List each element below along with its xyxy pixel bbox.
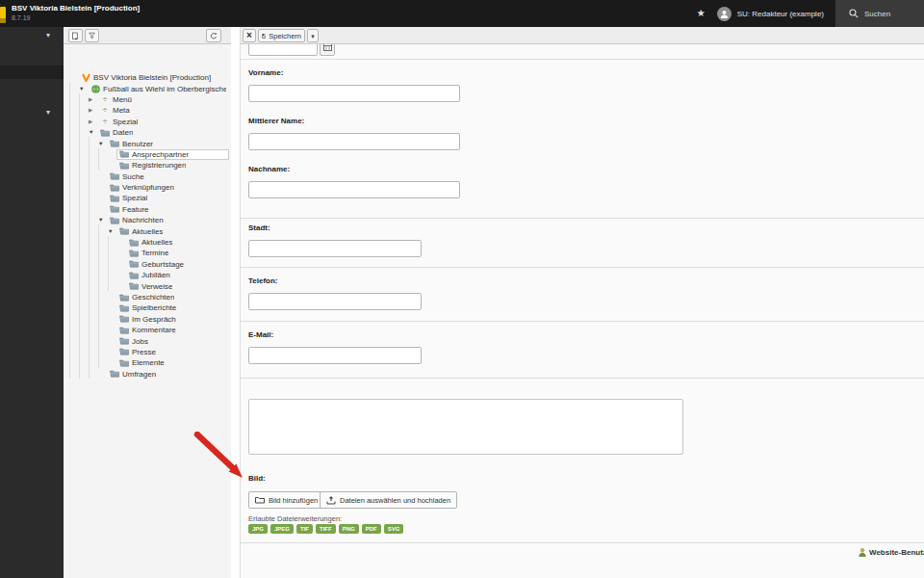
folder-icon xyxy=(129,282,139,290)
tree-node-inner[interactable]: ÷ BSV Viktoria Bielstein [Production] xyxy=(78,72,229,83)
tree-node[interactable]: ▶ ÷ Menü xyxy=(65,94,229,105)
tree-node-inner[interactable]: ÷ Im Gespräch xyxy=(116,314,229,325)
nachname-input[interactable] xyxy=(248,181,460,198)
email-input[interactable] xyxy=(248,347,422,364)
tree-node-inner[interactable]: ÷ Kommentare xyxy=(116,325,229,335)
upload-files-button[interactable]: Dateien auswählen und hochladen xyxy=(320,491,457,509)
tree-node-label: Fußball aus Wiehl im Oberbergischen xyxy=(103,85,226,93)
new-record-button[interactable] xyxy=(68,29,83,42)
close-icon: × xyxy=(246,31,252,40)
tree-node-label: Termine xyxy=(141,249,168,257)
tree-node-inner[interactable]: ÷ Feature xyxy=(107,204,229,215)
tree-expand-icon[interactable]: ▶ xyxy=(89,95,97,104)
tree-node-inner[interactable]: ÷ Spielberichte xyxy=(116,302,229,313)
tree-node[interactable]: ▶ ÷ Spezial xyxy=(65,117,229,127)
avatar-icon xyxy=(717,7,732,21)
panel-resize-handle[interactable] xyxy=(231,27,241,578)
page-tree: ÷ BSV Viktoria Bielstein [Production] ▼ … xyxy=(65,72,229,380)
tree-node-inner[interactable]: ÷ Elemente xyxy=(116,357,229,368)
section-divider xyxy=(241,59,924,60)
tree-node[interactable]: ÷ BSV Viktoria Bielstein [Production] xyxy=(65,72,229,83)
description-textarea[interactable] xyxy=(248,399,683,455)
website-user-label: Website-Benutzer xyxy=(869,548,924,557)
tree-node-label: Aktuelles xyxy=(132,227,163,236)
tree-node-inner[interactable]: ÷ Daten xyxy=(97,127,229,138)
tree-node-label: Im Gespräch xyxy=(132,315,176,324)
tree-node-label: Verweise xyxy=(141,282,172,291)
tree-node-label: Spezial xyxy=(113,118,138,126)
user-menu[interactable]: SU: Redakteur (example) xyxy=(713,0,835,27)
tree-expand-icon[interactable]: ▼ xyxy=(89,128,97,137)
module-group-toggle-top[interactable]: ▾ xyxy=(46,32,50,39)
tree-indent xyxy=(69,368,98,381)
vorname-input[interactable] xyxy=(248,85,460,102)
tree-node-inner[interactable]: ÷ Registrierungen xyxy=(116,160,229,171)
tree-node-label: Geburtstage xyxy=(141,260,184,269)
tree-node-inner[interactable]: ÷ Presse xyxy=(116,347,229,357)
tree-node-inner[interactable]: ÷ Geschichten xyxy=(116,292,229,302)
tree-node-inner[interactable]: ÷ Aktuelles xyxy=(116,226,229,237)
bookmark-star-icon[interactable]: ★ xyxy=(689,0,713,27)
tree-node-inner[interactable]: ÷ Verknüpfungen xyxy=(107,182,229,193)
folder-icon xyxy=(110,140,119,147)
filter-button[interactable] xyxy=(85,29,99,42)
tree-expand-icon[interactable]: ▼ xyxy=(98,140,107,148)
tree-node-label: Presse xyxy=(132,348,156,356)
tree-node[interactable]: ÷ Umfragen xyxy=(65,369,229,380)
tree-expand-icon[interactable]: ▼ xyxy=(108,227,116,236)
tree-node-inner[interactable]: ÷ Termine xyxy=(126,248,229,258)
tree-node-label: Aktuelles xyxy=(141,238,172,247)
tree-node-inner[interactable]: ÷ Jubiläen xyxy=(126,270,229,280)
folder-icon xyxy=(129,250,139,257)
person-icon xyxy=(859,548,866,557)
tree-node-inner[interactable]: ÷ Verweise xyxy=(126,281,229,292)
add-image-button[interactable]: Bild hinzufügen xyxy=(248,491,324,509)
tree-node-inner[interactable]: ÷ Benutzer xyxy=(107,139,229,149)
tree-node-inner[interactable]: ÷ Spezial xyxy=(97,117,229,127)
extension-badge: PNG xyxy=(339,524,359,534)
chevron-down-icon: ▾ xyxy=(311,33,315,39)
tree-expand-icon[interactable]: ▶ xyxy=(89,106,97,115)
tree-node-inner[interactable]: ÷ Geburtstage xyxy=(126,259,229,270)
tree-node-label: Meta xyxy=(113,106,130,115)
tree-node[interactable]: ▶ ÷ Meta xyxy=(65,105,229,116)
module-group-toggle-bottom[interactable]: ▾ xyxy=(46,109,50,117)
tree-expand-icon[interactable]: ▶ xyxy=(89,118,97,126)
tree-node-inner[interactable]: ÷ Spezial xyxy=(107,193,229,203)
save-button[interactable]: Speichern xyxy=(258,29,305,42)
extension-badge: TIFF xyxy=(316,524,336,534)
tree-node[interactable]: ▼ ÷ Fußball aus Wiehl im Oberbergischen xyxy=(65,83,229,93)
tree-node-inner[interactable]: ÷ Umfragen xyxy=(107,369,229,380)
tree-expand-icon[interactable]: ▼ xyxy=(98,216,107,224)
tree-node-inner[interactable]: ÷ Aktuelles xyxy=(126,237,229,248)
close-button[interactable]: × xyxy=(243,29,256,42)
tree-node-inner[interactable]: ÷ Suche xyxy=(107,171,229,182)
docheader-toolbar: × Speichern ▾ xyxy=(64,27,924,44)
user-label: SU: Redakteur (example) xyxy=(737,10,824,18)
tree-node-label: Verknüpfungen xyxy=(122,183,174,192)
tree-node-inner[interactable]: ÷ Fußball aus Wiehl im Oberbergischen xyxy=(88,84,229,94)
folder-icon xyxy=(110,184,119,192)
folder-icon xyxy=(110,195,119,202)
tree-node-inner[interactable]: ÷ Jobs xyxy=(116,336,229,347)
save-icon xyxy=(262,32,266,40)
save-label: Speichern xyxy=(269,32,301,40)
stadt-input[interactable] xyxy=(248,240,422,257)
mittlerer-name-input[interactable] xyxy=(248,133,460,150)
tree-node-inner[interactable]: ÷ Meta xyxy=(97,105,229,116)
search-button[interactable]: Suchen xyxy=(835,0,924,27)
tree-node-label: Nachrichten xyxy=(122,216,164,224)
divider-page-icon: ÷ xyxy=(100,106,110,115)
add-image-label: Bild hinzufügen xyxy=(269,496,318,505)
telefon-input[interactable] xyxy=(248,293,422,310)
save-dropdown-button[interactable]: ▾ xyxy=(307,29,319,42)
tree-node-inner[interactable]: ÷ Menü xyxy=(97,94,229,105)
tree-node-inner[interactable]: ÷ Nachrichten xyxy=(107,215,229,225)
extension-badge: PDF xyxy=(362,524,381,534)
tree-expand-icon[interactable]: ▼ xyxy=(79,85,88,93)
typo3-logo-icon xyxy=(81,73,90,82)
tree-node-inner[interactable]: ÷ Ansprechpartner xyxy=(116,149,229,160)
refresh-button[interactable] xyxy=(206,29,221,42)
folder-icon xyxy=(119,348,129,355)
module-bar: ▾ ▾ xyxy=(0,27,64,578)
